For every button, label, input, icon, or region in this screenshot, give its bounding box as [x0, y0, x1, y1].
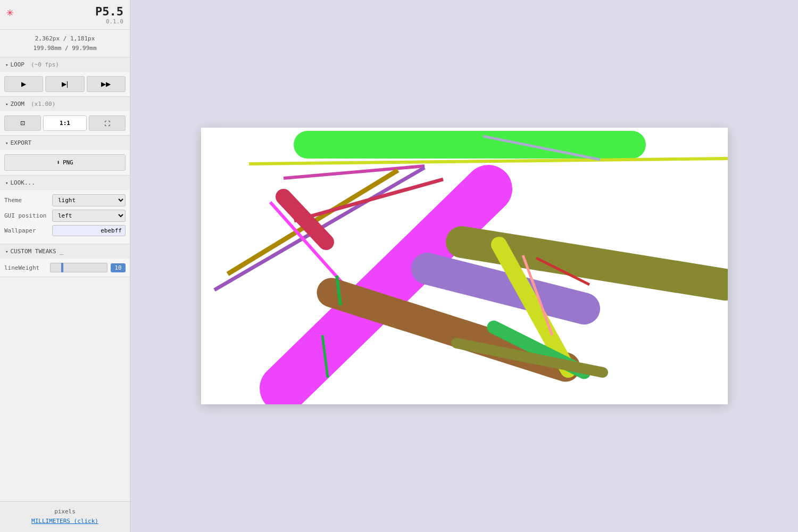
pixels-unit: pixels [6, 507, 123, 517]
loop-controls: ▶ ▶| ▶▶ [4, 76, 126, 92]
canvas-mm: 199.98mm / 99.99mm [6, 44, 123, 53]
theme-select[interactable]: light dark [52, 194, 126, 206]
step-icon: ▶| [62, 80, 68, 88]
zoom-fit-icon: ⊡ [20, 120, 25, 127]
export-chevron: ▾ [5, 140, 8, 146]
loop-fps: (~0 fps) [31, 61, 59, 68]
zoom-ratio: 1:1 [43, 115, 86, 131]
zoom-fullscreen-button[interactable]: ⛶ [89, 115, 126, 131]
wallpaper-color[interactable]: ebebff [52, 225, 126, 236]
fast-icon: ▶▶ [101, 80, 111, 88]
tweaks-label: CUSTOM TWEAKS _ [10, 248, 63, 255]
zoom-section: ▾ ZOOM (x1.00) ⊡ 1:1 ⛶ [0, 97, 130, 136]
zoom-fit-button[interactable]: ⊡ [4, 115, 41, 131]
sidebar: ✳ P5.5 0.1.0 2,362px / 1,181px 199.98mm … [0, 0, 130, 532]
loop-chevron: ▾ [5, 62, 8, 68]
zoom-section-header[interactable]: ▾ ZOOM (x1.00) [0, 97, 130, 111]
theme-row: Theme light dark [4, 194, 126, 206]
gui-position-label: GUI position [4, 212, 52, 219]
loop-section-header[interactable]: ▾ LOOP (~0 fps) [0, 57, 130, 72]
zoom-value: (x1.00) [31, 101, 55, 107]
app-version: 0.1.0 [95, 18, 123, 25]
tweaks-chevron: ▾ [5, 249, 8, 254]
loop-controls-container: ▶ ▶| ▶▶ [0, 72, 130, 96]
look-label: LOOK... [10, 179, 35, 186]
zoom-controls: ⊡ 1:1 ⛶ [4, 115, 126, 131]
export-png-button[interactable]: ⬇ PNG [4, 154, 126, 171]
loop-section: ▾ LOOP (~0 fps) ▶ ▶| ▶▶ [0, 57, 130, 97]
canvas-svg [201, 128, 728, 404]
mm-unit[interactable]: MILLIMETERS (click) [6, 517, 123, 527]
export-controls: ⬇ PNG [0, 150, 130, 175]
gui-position-select[interactable]: left right [52, 210, 126, 222]
play-icon: ▶ [21, 80, 26, 88]
zoom-label: ZOOM [10, 101, 24, 107]
zoom-fullscreen-icon: ⛶ [104, 120, 110, 127]
fast-forward-button[interactable]: ▶▶ [87, 76, 126, 92]
look-controls: Theme light dark GUI position left right… [0, 190, 130, 244]
wallpaper-row: Wallpaper ebebff [4, 225, 126, 236]
step-button[interactable]: ▶| [45, 76, 84, 92]
lineweight-label: lineWeight [4, 264, 47, 271]
wallpaper-label: Wallpaper [4, 227, 52, 234]
main-area [130, 0, 798, 532]
lineweight-slider[interactable] [50, 263, 107, 272]
title-block: P5.5 0.1.0 [95, 5, 123, 25]
loop-label: LOOP [10, 61, 24, 68]
export-section-header[interactable]: ▾ EXPORT [0, 136, 130, 150]
zoom-chevron: ▾ [5, 102, 8, 107]
tweaks-controls: lineWeight 10 [0, 259, 130, 277]
canvas-pixels: 2,362px / 1,181px [6, 34, 123, 44]
export-label: EXPORT [10, 139, 31, 146]
custom-tweaks-section: ▾ CUSTOM TWEAKS _ lineWeight 10 [0, 244, 130, 277]
theme-label: Theme [4, 197, 52, 204]
look-section: ▾ LOOK... Theme light dark GUI position … [0, 176, 130, 244]
app-title: P5.5 [95, 5, 123, 18]
custom-tweaks-header[interactable]: ▾ CUSTOM TWEAKS _ [0, 244, 130, 259]
look-chevron: ▾ [5, 180, 8, 186]
gui-position-row: GUI position left right [4, 210, 126, 222]
logo-icon: ✳ [6, 6, 13, 18]
export-section: ▾ EXPORT ⬇ PNG [0, 136, 130, 176]
download-icon: ⬇ [56, 159, 60, 166]
export-button-label: PNG [63, 159, 73, 166]
lineweight-slider-wrap [50, 263, 107, 272]
canvas-info: 2,362px / 1,181px 199.98mm / 99.99mm [0, 30, 130, 57]
zoom-controls-container: ⊡ 1:1 ⛶ [0, 111, 130, 135]
look-section-header[interactable]: ▾ LOOK... [0, 176, 130, 190]
sidebar-header: ✳ P5.5 0.1.0 [0, 0, 130, 30]
sidebar-footer: pixels MILLIMETERS (click) [0, 501, 130, 532]
canvas-wrapper [201, 128, 728, 404]
play-button[interactable]: ▶ [4, 76, 43, 92]
lineweight-value: 10 [111, 263, 126, 272]
lineweight-row: lineWeight 10 [4, 263, 126, 272]
